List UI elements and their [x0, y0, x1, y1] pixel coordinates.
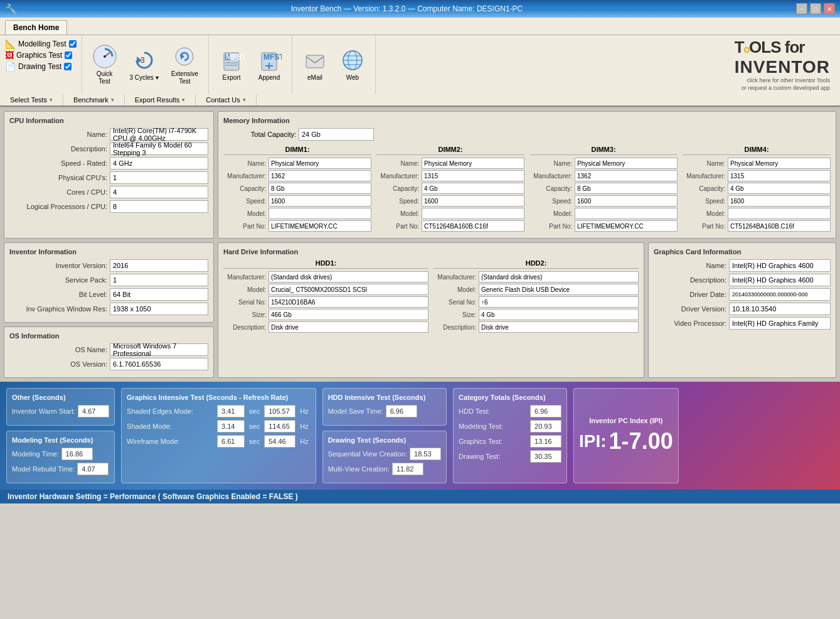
- hdd-intensive-title: HDD Intensive Test (Seconds): [328, 394, 441, 401]
- seq-view-label: Sequential View Creation:: [328, 450, 407, 458]
- contact-us-menu[interactable]: Contact Us ▾: [196, 94, 256, 105]
- ipi-label: IPI:: [579, 431, 607, 451]
- status-text: Inventor Hardware Setting = Performance …: [8, 492, 298, 501]
- shaded-edges-hz: 105.57: [264, 405, 295, 417]
- ipi-value: 1-7.00: [609, 428, 673, 455]
- modeling-panel: Modeling Test (Seconds) Modeling Time: 1…: [6, 431, 115, 483]
- web-button[interactable]: Web: [335, 45, 370, 84]
- dimm1-part: LIFETIMEMEMORY.CC: [268, 220, 371, 232]
- dimm3-title: DIMM3:: [529, 146, 678, 155]
- hdd1-serial: 154210D16BA6: [268, 296, 428, 308]
- os-version: 6.1.7601.65536: [110, 358, 208, 370]
- email-icon: [302, 48, 327, 73]
- inv-res: 1938 x 1050: [110, 303, 208, 315]
- graphics-label: Graphics Test: [16, 51, 62, 60]
- web-icon: [340, 48, 365, 73]
- modelling-test-check[interactable]: 📐 Modelling Test: [5, 39, 77, 49]
- quick-test-button[interactable]: QuickTest: [87, 41, 122, 88]
- rebuild-time-value: 4.07: [77, 463, 109, 475]
- gpu-version: 10.18.10.3540: [729, 303, 831, 315]
- hdd2-section: HDD2: Manufacturer:(Standard disk drives…: [433, 259, 639, 334]
- gpu-date: 20140330000000.000000-000: [729, 288, 831, 301]
- hdd1-title: HDD1:: [223, 259, 428, 269]
- svg-point-2: [104, 55, 106, 58]
- dimm4-section: DIMM4: Name:Physical Memory Manufacturer…: [683, 146, 831, 233]
- dimm2-title: DIMM2:: [376, 146, 524, 155]
- drawing-test-check[interactable]: 📄 Drawing Test: [5, 62, 77, 72]
- shaded-edges-sec: 3.41: [217, 405, 245, 417]
- dimm3-part: LIFETIMEMEMORY.CC: [575, 220, 678, 232]
- hdd1-desc: Disk drive: [268, 321, 428, 333]
- web-label: Web: [346, 74, 359, 82]
- dimm3-mfr: 1362: [575, 170, 678, 181]
- logo-inventor: INVENTOR: [735, 57, 830, 77]
- email-label: eMail: [307, 74, 322, 82]
- gpu-panel: Graphics Card Information Name:Intel(R) …: [648, 242, 836, 378]
- graphics-checkbox[interactable]: [65, 51, 72, 59]
- minimize-button[interactable]: ─: [796, 3, 807, 14]
- modelling-checkbox[interactable]: [69, 40, 77, 48]
- os-title: OS Information: [9, 332, 208, 340]
- bench-home-tab[interactable]: Bench Home: [5, 20, 67, 35]
- main-content: CPU Information Name:Intel(R) Core(TM) i…: [0, 107, 840, 382]
- append-button[interactable]: MFST Append: [252, 45, 287, 84]
- cpu-title: CPU Information: [9, 117, 208, 124]
- toolbar-area: Bench Home 📐 Modelling Test 🖼 Graphics T…: [0, 18, 840, 107]
- inventor-title: Inventor Information: [9, 248, 208, 256]
- modeling-time-value: 16.86: [61, 448, 93, 460]
- benchmark-menu[interactable]: Benchmark ▾: [63, 94, 125, 105]
- multi-view-value: 11.82: [392, 463, 423, 475]
- cpu-name: Intel(R) Core(TM) i7-4790K CPU @ 4.00GHz: [110, 128, 208, 141]
- warm-start-label: Inventor Warm Start:: [12, 407, 75, 415]
- hdd-test-value: 6.96: [530, 405, 561, 417]
- extensive-test-button[interactable]: ExtensiveTest: [166, 41, 203, 88]
- dimm4-speed: 1600: [728, 195, 831, 207]
- hdd-panel: Hard Drive Information HDD1: Manufacture…: [218, 242, 644, 378]
- three-cycles-button[interactable]: 3 3 Cycles ▾: [125, 45, 164, 84]
- memory-total: 24 Gb: [299, 128, 374, 141]
- info-row-2: Inventor Information Inventor Version:20…: [4, 242, 836, 378]
- maximize-button[interactable]: □: [810, 3, 821, 14]
- hdd2-mfr: (Standard disk drives): [479, 271, 639, 283]
- shaded-mode-hz: 114.65: [264, 420, 295, 433]
- drawing-test-value: 30.35: [530, 450, 561, 463]
- email-button[interactable]: eMail: [297, 45, 332, 84]
- hdd1-mfr: (Standard disk drives): [268, 271, 428, 283]
- memory-panel: Memory Information Total Capacity: 24 Gb…: [218, 111, 836, 239]
- dimm1-name: Physical Memory: [268, 158, 371, 169]
- wireframe-hz: 54.46: [264, 435, 295, 448]
- export-button[interactable]: MFST Export: [214, 45, 249, 84]
- dimm1-speed: 1600: [268, 195, 371, 207]
- hdd2-size: 4 Gb: [479, 309, 639, 320]
- model-save-label: Model Save Time:: [328, 407, 383, 415]
- modeling-test-label: Modeling Test:: [459, 423, 528, 430]
- dimm3-cap: 8 Gb: [575, 183, 678, 194]
- drawing-checkbox[interactable]: [64, 63, 72, 70]
- export-results-menu[interactable]: Export Results ▾: [125, 94, 196, 105]
- select-tests-menu[interactable]: Select Tests ▾: [0, 94, 63, 105]
- dimm3-speed: 1600: [575, 195, 678, 207]
- cpu-logical: 8: [110, 200, 208, 213]
- dimm3-section: DIMM3: Name:Physical Memory Manufacturer…: [529, 146, 678, 233]
- graphics-title: Graphics Intensive Test (Seconds - Refre…: [127, 394, 311, 401]
- seq-view-value: 18.53: [410, 448, 441, 460]
- memory-grid: DIMM1: Name:Physical Memory Manufacturer…: [223, 146, 831, 233]
- svg-text:MFST: MFST: [263, 53, 282, 62]
- shaded-mode-label: Shaded Mode:: [127, 423, 215, 430]
- menu-bar: Select Tests ▾ Benchmark ▾ Export Result…: [0, 94, 840, 107]
- graphics-test-check[interactable]: 🖼 Graphics Test: [5, 50, 77, 60]
- model-save-value: 6.96: [386, 405, 417, 417]
- graphics-test-label: Graphics Test:: [459, 438, 528, 445]
- dimm2-cap: 4 Gb: [422, 183, 524, 194]
- logo-area[interactable]: TOOLS for INVENTOR click here for other …: [725, 35, 840, 94]
- inv-version: 2016: [110, 259, 208, 272]
- cpu-desc: Intel64 Family 6 Model 60 Stepping 3: [110, 143, 208, 155]
- ipi-title: Inventor PC Index (IPI): [589, 417, 662, 424]
- gpu-desc: Intel(R) HD Graphics 4600: [729, 274, 831, 286]
- rebuild-time-label: Model Rebuild Time:: [12, 465, 75, 473]
- close-button[interactable]: ✕: [824, 3, 835, 14]
- modeling-test-value: 20.93: [530, 420, 561, 433]
- dimm1-title: DIMM1:: [223, 146, 371, 155]
- os-panel: OS Information OS Name:Microsoft Windows…: [4, 326, 214, 378]
- cpu-speed: 4 GHz: [110, 157, 208, 170]
